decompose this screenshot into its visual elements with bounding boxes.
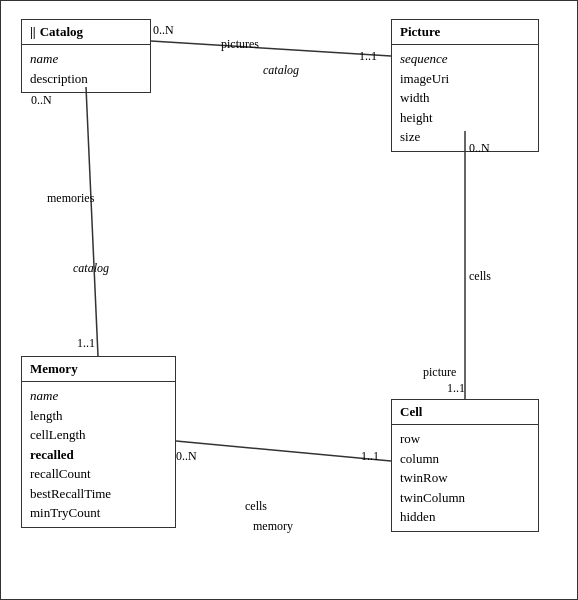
label-picture-cell-0n: 0..N: [469, 141, 490, 156]
memory-attr-mintrycount: minTryCount: [30, 503, 167, 523]
label-memory-cell-11: 1..1: [361, 449, 379, 464]
label-cells-2: cells: [245, 499, 267, 514]
svg-line-0: [151, 41, 391, 56]
catalog-attr-description: description: [30, 69, 142, 89]
picture-title: Picture: [400, 24, 440, 40]
catalog-attrs: name description: [22, 45, 150, 92]
label-memory-cell-0n: 0..N: [176, 449, 197, 464]
picture-attr-size: size: [400, 127, 530, 147]
uml-diagram: || Catalog name description Picture sequ…: [0, 0, 578, 600]
picture-attr-sequence: sequence: [400, 49, 530, 69]
label-catalog-picture-11: 1..1: [359, 49, 377, 64]
svg-line-3: [176, 441, 391, 461]
memory-attr-celllength: cellLength: [30, 425, 167, 445]
label-memory-ref: memory: [253, 519, 293, 534]
label-memories: memories: [47, 191, 94, 206]
picture-attrs: sequence imageUri width height size: [392, 45, 538, 151]
catalog-title: Catalog: [40, 24, 83, 40]
label-catalog-picture-0n: 0..N: [153, 23, 174, 38]
cell-box: Cell row column twinRow twinColumn hidde…: [391, 399, 539, 532]
label-pictures: pictures: [221, 37, 259, 52]
memory-attr-bestrecalltime: bestRecallTime: [30, 484, 167, 504]
picture-header: Picture: [392, 20, 538, 45]
memory-box: Memory name length cellLength recalled r…: [21, 356, 176, 528]
label-cells-1: cells: [469, 269, 491, 284]
picture-attr-height: height: [400, 108, 530, 128]
cell-attr-row: row: [400, 429, 530, 449]
memory-attr-recalled: recalled: [30, 445, 167, 465]
label-picture-ref: picture: [423, 365, 456, 380]
catalog-stereotype: ||: [30, 24, 36, 40]
memory-header: Memory: [22, 357, 175, 382]
memory-attrs: name length cellLength recalled recallCo…: [22, 382, 175, 527]
catalog-box: || Catalog name description: [21, 19, 151, 93]
label-catalog-italic-1: catalog: [263, 63, 299, 78]
cell-attrs: row column twinRow twinColumn hidden: [392, 425, 538, 531]
catalog-header: || Catalog: [22, 20, 150, 45]
memory-attr-recallcount: recallCount: [30, 464, 167, 484]
cell-title: Cell: [400, 404, 422, 420]
catalog-attr-name: name: [30, 49, 142, 69]
cell-attr-hidden: hidden: [400, 507, 530, 527]
svg-line-1: [86, 87, 98, 356]
memory-attr-name: name: [30, 386, 167, 406]
label-catalog-italic-2: catalog: [73, 261, 109, 276]
cell-attr-twincolumn: twinColumn: [400, 488, 530, 508]
cell-header: Cell: [392, 400, 538, 425]
label-catalog-memory-0n: 0..N: [31, 93, 52, 108]
picture-attr-imageuri: imageUri: [400, 69, 530, 89]
memory-attr-length: length: [30, 406, 167, 426]
cell-attr-twinrow: twinRow: [400, 468, 530, 488]
picture-attr-width: width: [400, 88, 530, 108]
label-picture-cell-11: 1..1: [447, 381, 465, 396]
label-catalog-memory-11: 1..1: [77, 336, 95, 351]
picture-box: Picture sequence imageUri width height s…: [391, 19, 539, 152]
memory-title: Memory: [30, 361, 78, 377]
cell-attr-column: column: [400, 449, 530, 469]
